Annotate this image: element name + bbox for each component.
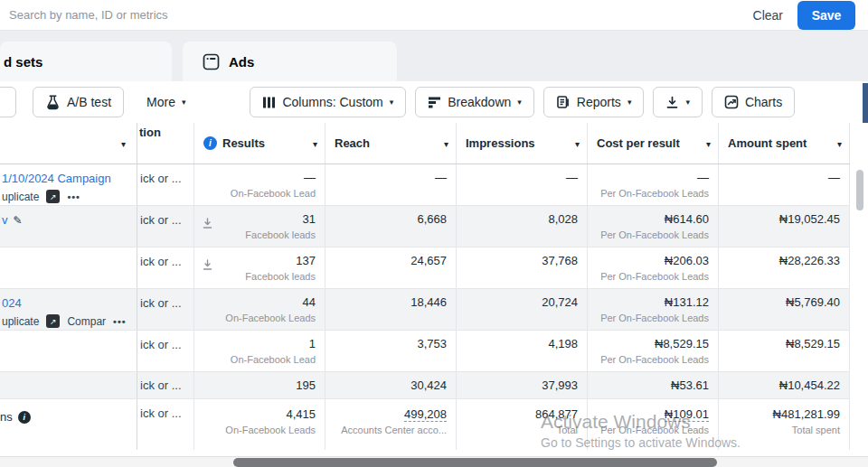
chevron-down-icon[interactable]: ▾ <box>706 138 711 148</box>
breakdown-label: Breakdown <box>448 95 511 109</box>
totals-label: ns <box>0 410 13 424</box>
chevron-down-icon[interactable]: ▾ <box>121 138 126 148</box>
reach-cell: 24,657 <box>326 248 457 288</box>
more-button[interactable]: More ▾ <box>135 87 197 117</box>
reach-cell: 30,424 <box>326 372 457 398</box>
header-amount-spent[interactable]: Amount spent ▾ <box>719 123 850 163</box>
vertical-scrollbar[interactable] <box>856 170 863 210</box>
breakdown-button[interactable]: Breakdown ▾ <box>415 87 534 117</box>
reach-cell: 6,668 <box>326 206 457 247</box>
more-actions-icon[interactable]: ••• <box>67 191 80 202</box>
totals-row: ns i ick or ... 4,415On-Facebook Leads 4… <box>0 399 850 450</box>
cost-cell: ₦206.03Per On-Facebook Leads <box>588 248 719 288</box>
chevron-down-icon[interactable]: ▾ <box>837 138 842 148</box>
download-result-icon[interactable] <box>202 258 213 275</box>
search-input[interactable] <box>0 8 739 22</box>
amount-total-cell: ₦481,281.99Total spent <box>719 399 850 450</box>
charts-label: Charts <box>745 95 782 109</box>
table-row[interactable]: 1/10/2024 Campaign uplicate ↗ ••• ick or… <box>0 164 850 206</box>
name-cell <box>0 372 137 398</box>
name-cell: 1/10/2024 Campaign uplicate ↗ ••• <box>0 164 137 205</box>
breakdown-icon <box>428 96 441 109</box>
flask-icon <box>45 95 61 110</box>
horizontal-scrollbar-track[interactable] <box>0 456 868 467</box>
columns-button[interactable]: Columns: Custom ▾ <box>250 87 406 117</box>
impressions-cell: 20,724 <box>457 289 588 330</box>
chevron-down-icon: ▾ <box>390 98 394 107</box>
cost-cell: ₦614.60Per On-Facebook Leads <box>588 206 719 247</box>
tab-ad-sets[interactable]: d sets <box>0 42 172 81</box>
header-cost-label: Cost per result <box>588 136 680 150</box>
chevron-down-icon: ▾ <box>627 98 632 107</box>
campaign-link[interactable]: v <box>2 213 8 227</box>
columns-label: Columns: Custom <box>282 95 382 109</box>
export-button[interactable]: ▾ <box>653 87 703 117</box>
reports-button[interactable]: Reports ▾ <box>543 87 645 117</box>
more-label: More <box>146 95 175 109</box>
duplicate-action[interactable]: uplicate <box>2 315 39 328</box>
impressions-cell: — <box>457 164 588 205</box>
amount-cell: ₦28,226.33 <box>719 248 850 288</box>
columns-icon <box>262 96 276 109</box>
table-row[interactable]: 024 uplicate ↗ Compar ••• ick or ... 44O… <box>0 289 850 331</box>
info-icon[interactable]: i <box>18 411 31 424</box>
impressions-cell: 37,993 <box>457 372 588 398</box>
save-button[interactable]: Save <box>797 1 855 30</box>
horizontal-scrollbar[interactable] <box>233 458 717 467</box>
tab-ads[interactable]: Ads <box>183 42 397 81</box>
header-name-column[interactable]: ▾ <box>0 123 137 163</box>
attribution-cell: ick or ... <box>137 206 194 247</box>
header-reach-label: Reach <box>326 136 370 150</box>
chevron-down-icon: ▾ <box>517 98 522 107</box>
table-row[interactable]: v✎ ick or ... 31Facebook leads 6,668 8,0… <box>0 206 850 248</box>
amount-cell: ₦8,529.15 <box>719 331 850 371</box>
results-total-cell: 4,415On-Facebook Leads <box>194 399 326 450</box>
duplicate-action[interactable]: uplicate <box>2 191 39 203</box>
campaign-link[interactable]: 1/10/2024 Campaign <box>2 172 111 185</box>
header-cost-per-result[interactable]: Cost per result ▾ <box>588 123 719 163</box>
amount-cell: — <box>719 164 850 205</box>
reach-cell: 18,446 <box>326 289 457 330</box>
cost-cell: ₦53.61 <box>588 372 719 398</box>
header-attribution[interactable]: tion <box>137 123 194 163</box>
download-result-icon[interactable] <box>202 217 213 233</box>
open-arrow-icon[interactable]: ↗ <box>46 314 60 328</box>
tab-strip: d sets Ads <box>0 31 868 81</box>
chevron-down-icon[interactable]: ▾ <box>444 138 448 148</box>
download-icon <box>665 96 679 109</box>
ads-icon <box>203 53 220 70</box>
header-results-label: Results <box>222 136 265 150</box>
cut-off-button[interactable] <box>0 87 16 117</box>
attribution-cell: ick or ... <box>137 289 194 330</box>
results-cell: 195 <box>194 372 326 398</box>
chevron-down-icon[interactable]: ▾ <box>313 138 317 148</box>
chevron-down-icon[interactable]: ▾ <box>575 138 580 148</box>
charts-button[interactable]: Charts <box>712 87 795 117</box>
cost-total-cell: ₦109.01 Per On-Facebook Leads <box>588 399 719 450</box>
edit-pencil-icon[interactable]: ✎ <box>14 214 23 227</box>
ab-test-button[interactable]: A/B test <box>33 87 124 117</box>
campaigns-table: ▾ tion i Results ▾ Reach ▾ Impressions ▾… <box>0 123 868 456</box>
results-cell: 137Facebook leads <box>194 248 326 288</box>
open-arrow-icon[interactable]: ↗ <box>46 190 60 203</box>
header-impressions[interactable]: Impressions ▾ <box>457 123 588 163</box>
reports-icon <box>556 95 571 109</box>
table-row[interactable]: ick or ... 1On-Facebook Lead 3,753 4,198… <box>0 331 850 372</box>
header-results[interactable]: i Results ▾ <box>194 123 326 163</box>
clear-button[interactable]: Clear <box>739 8 797 23</box>
table-row[interactable]: ick or ... 195 30,424 37,993 ₦53.61 ₦10,… <box>0 372 850 399</box>
compare-action[interactable]: Compar <box>67 315 106 328</box>
info-icon[interactable]: i <box>203 136 217 150</box>
more-actions-icon[interactable]: ••• <box>113 316 127 327</box>
reach-total-cell: 499,208 Accounts Center acco... <box>326 399 457 450</box>
results-cell: 44On-Facebook Leads <box>194 289 326 330</box>
cost-cell: —Per On-Facebook Leads <box>588 164 719 205</box>
campaign-link[interactable]: 024 <box>2 296 22 310</box>
tab-ads-label: Ads <box>229 54 254 70</box>
results-cell: —On-Facebook Lead <box>194 164 326 205</box>
header-reach[interactable]: Reach ▾ <box>326 123 457 163</box>
table-header-row: ▾ tion i Results ▾ Reach ▾ Impressions ▾… <box>0 123 850 164</box>
impressions-cell: 4,198 <box>457 331 588 371</box>
table-row[interactable]: ick or ... 137Facebook leads 24,657 37,7… <box>0 248 850 289</box>
top-search-bar: Clear Save <box>0 0 868 31</box>
